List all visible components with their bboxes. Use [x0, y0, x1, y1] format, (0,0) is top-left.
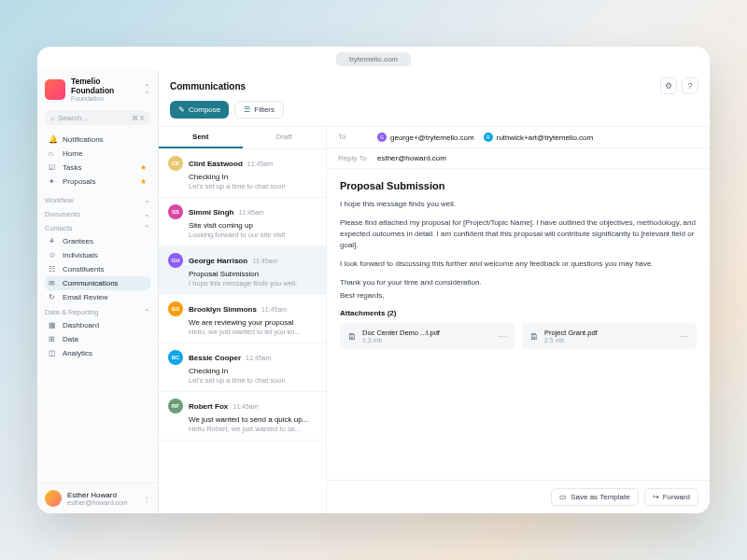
nav-icon: ✦ — [49, 177, 58, 186]
search-input[interactable]: ⌕ Search... ⌘ K — [45, 111, 150, 125]
app-window: trytemelio.com Temelio Foundation Founda… — [37, 47, 710, 513]
message-preview: Hello Robert, we just wanted to se... — [189, 425, 317, 433]
page-title: Communications — [170, 81, 655, 91]
nav-item[interactable]: ☺Individuals — [45, 248, 150, 262]
more-icon[interactable]: ⋮ — [143, 495, 150, 503]
org-switcher[interactable]: Temelio Foundation Foundation ⌃⌄ — [37, 70, 158, 108]
message-subject: Proposal Submission — [189, 270, 317, 278]
nav-item[interactable]: ↻Email Review — [45, 290, 150, 304]
message-item[interactable]: GHGeorge Harrison11:45amProposal Submiss… — [159, 246, 326, 295]
message-preview: I hope this message finds you well. — [189, 279, 317, 287]
file-icon: 🗎 — [529, 331, 539, 342]
email-para: Thank you for your time and consideratio… — [340, 277, 697, 288]
forward-icon: ↪ — [653, 493, 659, 501]
nav-icon: ◫ — [49, 349, 58, 357]
org-name: Temelio Foundation — [71, 77, 144, 95]
nav-item[interactable]: ⚘Grantees — [45, 234, 150, 248]
email-para: I hope this message finds you well. — [340, 199, 697, 210]
reply-to-value: esther@howard.com — [377, 154, 446, 162]
content-area: Communications ⚙ ? ✎ Compose ☰ Filters S… — [159, 70, 710, 513]
nav-item[interactable]: ⌂Home — [45, 147, 150, 161]
star-icon: ★ — [140, 163, 147, 172]
chevron-updown-icon: ⌃⌄ — [144, 86, 150, 93]
sender-avatar: BC — [168, 350, 183, 365]
nav-section-header[interactable]: Contacts⌃ — [45, 220, 150, 234]
nav-section-header[interactable]: Data & Reporting⌃ — [45, 304, 150, 318]
nav-icon: 🔔 — [49, 135, 58, 144]
search-placeholder: Search... — [58, 114, 132, 122]
sender-avatar: RF — [168, 399, 183, 413]
save-template-button[interactable]: ▭ Save as Template — [551, 488, 638, 506]
recipient[interactable]: Ggeorge+@trytemelio.com — [377, 133, 474, 142]
chevron-icon: ⌃ — [144, 224, 150, 232]
message-item[interactable]: SSSimmi Singh11:45amSite visit coming up… — [159, 198, 326, 246]
message-time: 11:45am — [238, 209, 263, 216]
recipient-avatar: G — [377, 133, 387, 142]
attachment-size: 1.3 mb — [362, 337, 492, 343]
attachment-more-icon[interactable]: ⋯ — [680, 331, 689, 342]
message-time: 11:45am — [261, 306, 287, 313]
nav-item[interactable]: ☑Tasks★ — [45, 161, 150, 175]
sender-name: Clint Eastwood — [189, 160, 243, 168]
message-item[interactable]: RFRobert Fox11:45amWe just wanted to sen… — [159, 392, 326, 441]
compose-icon: ✎ — [178, 105, 185, 114]
nav-item[interactable]: ✦Proposals★ — [45, 175, 150, 189]
tab-draft[interactable]: Draft — [243, 127, 327, 148]
nav-item[interactable]: ◫Analytics — [45, 346, 150, 360]
nav-icon: ☷ — [49, 265, 58, 273]
sender-name: George Harrison — [189, 257, 247, 265]
message-time: 11:45am — [246, 355, 271, 361]
nav-icon: ☺ — [49, 251, 58, 259]
nav-item[interactable]: ✉Communications — [45, 276, 150, 290]
bookmark-icon: ▭ — [559, 493, 567, 501]
nav-icon: ▦ — [49, 321, 58, 329]
nav-icon: ✉ — [49, 279, 58, 287]
forward-button[interactable]: ↪ Forward — [644, 488, 698, 506]
star-icon: ★ — [140, 177, 147, 186]
message-subject: We just wanted to send a quick up... — [189, 415, 317, 424]
nav-item[interactable]: ☷Constituents — [45, 262, 150, 276]
nav-item[interactable]: ⊞Data — [45, 332, 150, 346]
attachment-more-icon[interactable]: ⋯ — [498, 331, 507, 342]
nav-icon: ↻ — [49, 293, 58, 301]
chevron-icon: ⌃ — [144, 308, 150, 316]
chevron-icon: ⌄ — [144, 210, 150, 218]
nav-item[interactable]: 🔔Notifications — [45, 133, 150, 147]
attachment-name: Doc Center Demo ...t.pdf — [362, 329, 492, 337]
nav-item[interactable]: ▦Dashboard — [45, 318, 150, 332]
sender-avatar: SS — [168, 204, 183, 219]
sender-name: Simmi Singh — [189, 208, 233, 217]
message-list: Sent Draft CEClint Eastwood11:45amChecki… — [159, 127, 327, 513]
message-item[interactable]: BSBrooklyn Simmons11:45amWe are reviewin… — [159, 295, 326, 343]
filters-button[interactable]: ☰ Filters — [234, 101, 284, 119]
message-item[interactable]: BCBessie Cooper11:45amChecking InLet's s… — [159, 343, 326, 392]
recipient-avatar: R — [484, 133, 493, 142]
message-preview: Let's set up a time to chat soon — [189, 182, 317, 190]
tab-sent[interactable]: Sent — [159, 127, 243, 148]
message-preview: Looking forward to our site visit — [189, 231, 317, 239]
sidebar: Temelio Foundation Foundation ⌃⌄ ⌕ Searc… — [37, 70, 159, 513]
message-subject: Checking In — [189, 173, 317, 181]
email-para: Best regards, — [340, 290, 697, 301]
compose-button[interactable]: ✎ Compose — [170, 101, 229, 119]
recipient-email: ruthwick+art@trytemelio.com — [497, 133, 593, 142]
attachments-label: Attachments (2) — [340, 309, 697, 317]
sender-name: Robert Fox — [189, 402, 228, 411]
help-button[interactable]: ? — [682, 77, 698, 94]
attachment[interactable]: 🗎Doc Center Demo ...t.pdf1.3 mb⋯ — [340, 323, 514, 349]
current-user[interactable]: Esther Howard esther@howard.com ⋮ — [37, 483, 158, 513]
message-item[interactable]: CEClint Eastwood11:45amChecking InLet's … — [159, 149, 326, 198]
attachment[interactable]: 🗎Project Grant.pdf2.5 mb⋯ — [522, 323, 697, 349]
settings-button[interactable]: ⚙ — [660, 77, 677, 94]
message-subject: We are reviewing your proposal — [189, 318, 317, 327]
chevron-icon: ⌄ — [144, 196, 150, 204]
nav-section-header[interactable]: Workflow⌄ — [45, 192, 150, 206]
kbd-shortcut: ⌘ K — [132, 115, 145, 122]
message-time: 11:45am — [233, 403, 258, 410]
nav-section-header[interactable]: Documents⌄ — [45, 206, 150, 220]
recipient-email: george+@trytemelio.com — [390, 133, 474, 142]
sender-name: Brooklyn Simmons — [189, 305, 257, 314]
recipient[interactable]: Rruthwick+art@trytemelio.com — [484, 133, 593, 142]
search-icon: ⌕ — [50, 114, 55, 122]
message-time: 11:45am — [252, 258, 277, 264]
